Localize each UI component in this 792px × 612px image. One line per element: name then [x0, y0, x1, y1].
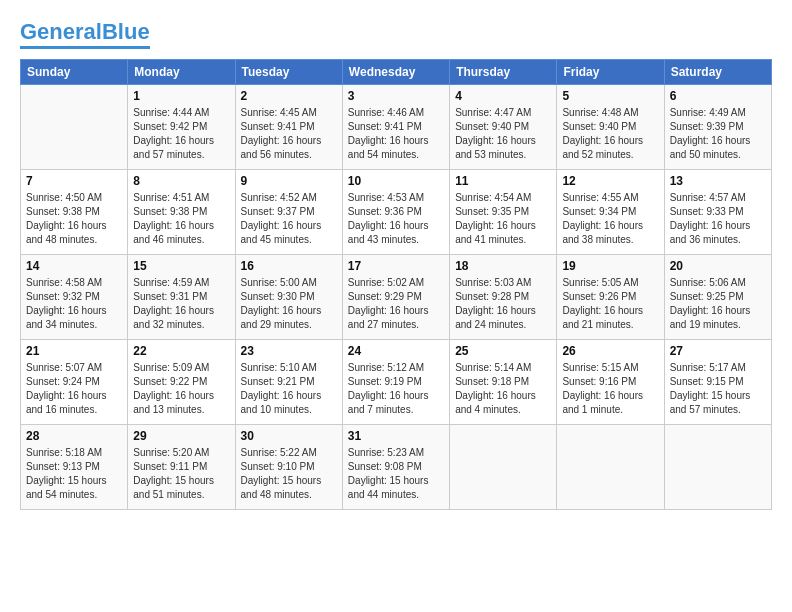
- day-info: Sunrise: 5:15 AM Sunset: 9:16 PM Dayligh…: [562, 361, 658, 417]
- calendar-cell: 2Sunrise: 4:45 AM Sunset: 9:41 PM Daylig…: [235, 85, 342, 170]
- day-info: Sunrise: 5:22 AM Sunset: 9:10 PM Dayligh…: [241, 446, 337, 502]
- calendar-header-row: SundayMondayTuesdayWednesdayThursdayFrid…: [21, 60, 772, 85]
- calendar-cell: [664, 425, 771, 510]
- calendar-cell: 28Sunrise: 5:18 AM Sunset: 9:13 PM Dayli…: [21, 425, 128, 510]
- calendar-cell: [21, 85, 128, 170]
- day-info: Sunrise: 5:20 AM Sunset: 9:11 PM Dayligh…: [133, 446, 229, 502]
- calendar-cell: 9Sunrise: 4:52 AM Sunset: 9:37 PM Daylig…: [235, 170, 342, 255]
- weekday-header-monday: Monday: [128, 60, 235, 85]
- day-number: 12: [562, 174, 658, 188]
- day-info: Sunrise: 5:00 AM Sunset: 9:30 PM Dayligh…: [241, 276, 337, 332]
- day-number: 21: [26, 344, 122, 358]
- calendar-week-row: 21Sunrise: 5:07 AM Sunset: 9:24 PM Dayli…: [21, 340, 772, 425]
- calendar-cell: 17Sunrise: 5:02 AM Sunset: 9:29 PM Dayli…: [342, 255, 449, 340]
- calendar-cell: 3Sunrise: 4:46 AM Sunset: 9:41 PM Daylig…: [342, 85, 449, 170]
- day-info: Sunrise: 5:06 AM Sunset: 9:25 PM Dayligh…: [670, 276, 766, 332]
- day-number: 17: [348, 259, 444, 273]
- day-info: Sunrise: 5:02 AM Sunset: 9:29 PM Dayligh…: [348, 276, 444, 332]
- day-number: 4: [455, 89, 551, 103]
- day-info: Sunrise: 4:46 AM Sunset: 9:41 PM Dayligh…: [348, 106, 444, 162]
- calendar-cell: 4Sunrise: 4:47 AM Sunset: 9:40 PM Daylig…: [450, 85, 557, 170]
- header: GeneralBlue: [20, 20, 772, 49]
- day-number: 14: [26, 259, 122, 273]
- weekday-header-sunday: Sunday: [21, 60, 128, 85]
- day-number: 26: [562, 344, 658, 358]
- calendar-cell: 15Sunrise: 4:59 AM Sunset: 9:31 PM Dayli…: [128, 255, 235, 340]
- day-info: Sunrise: 4:55 AM Sunset: 9:34 PM Dayligh…: [562, 191, 658, 247]
- calendar-cell: 5Sunrise: 4:48 AM Sunset: 9:40 PM Daylig…: [557, 85, 664, 170]
- day-info: Sunrise: 5:18 AM Sunset: 9:13 PM Dayligh…: [26, 446, 122, 502]
- calendar-cell: 23Sunrise: 5:10 AM Sunset: 9:21 PM Dayli…: [235, 340, 342, 425]
- day-info: Sunrise: 5:09 AM Sunset: 9:22 PM Dayligh…: [133, 361, 229, 417]
- calendar-week-row: 1Sunrise: 4:44 AM Sunset: 9:42 PM Daylig…: [21, 85, 772, 170]
- day-info: Sunrise: 4:58 AM Sunset: 9:32 PM Dayligh…: [26, 276, 122, 332]
- calendar-cell: 7Sunrise: 4:50 AM Sunset: 9:38 PM Daylig…: [21, 170, 128, 255]
- day-number: 16: [241, 259, 337, 273]
- calendar-cell: 20Sunrise: 5:06 AM Sunset: 9:25 PM Dayli…: [664, 255, 771, 340]
- day-info: Sunrise: 5:17 AM Sunset: 9:15 PM Dayligh…: [670, 361, 766, 417]
- calendar-cell: [450, 425, 557, 510]
- day-info: Sunrise: 4:59 AM Sunset: 9:31 PM Dayligh…: [133, 276, 229, 332]
- calendar-cell: 6Sunrise: 4:49 AM Sunset: 9:39 PM Daylig…: [664, 85, 771, 170]
- day-info: Sunrise: 5:10 AM Sunset: 9:21 PM Dayligh…: [241, 361, 337, 417]
- weekday-header-tuesday: Tuesday: [235, 60, 342, 85]
- day-info: Sunrise: 4:44 AM Sunset: 9:42 PM Dayligh…: [133, 106, 229, 162]
- day-number: 29: [133, 429, 229, 443]
- day-number: 5: [562, 89, 658, 103]
- calendar-cell: 10Sunrise: 4:53 AM Sunset: 9:36 PM Dayli…: [342, 170, 449, 255]
- day-info: Sunrise: 5:03 AM Sunset: 9:28 PM Dayligh…: [455, 276, 551, 332]
- logo-blue: Blue: [102, 19, 150, 44]
- day-info: Sunrise: 4:57 AM Sunset: 9:33 PM Dayligh…: [670, 191, 766, 247]
- day-number: 28: [26, 429, 122, 443]
- day-number: 10: [348, 174, 444, 188]
- day-number: 18: [455, 259, 551, 273]
- calendar-cell: 25Sunrise: 5:14 AM Sunset: 9:18 PM Dayli…: [450, 340, 557, 425]
- day-info: Sunrise: 4:52 AM Sunset: 9:37 PM Dayligh…: [241, 191, 337, 247]
- day-info: Sunrise: 5:14 AM Sunset: 9:18 PM Dayligh…: [455, 361, 551, 417]
- weekday-header-thursday: Thursday: [450, 60, 557, 85]
- calendar-cell: 21Sunrise: 5:07 AM Sunset: 9:24 PM Dayli…: [21, 340, 128, 425]
- calendar-table: SundayMondayTuesdayWednesdayThursdayFrid…: [20, 59, 772, 510]
- day-number: 30: [241, 429, 337, 443]
- day-number: 7: [26, 174, 122, 188]
- calendar-cell: [557, 425, 664, 510]
- day-number: 27: [670, 344, 766, 358]
- calendar-cell: 14Sunrise: 4:58 AM Sunset: 9:32 PM Dayli…: [21, 255, 128, 340]
- day-number: 8: [133, 174, 229, 188]
- calendar-cell: 8Sunrise: 4:51 AM Sunset: 9:38 PM Daylig…: [128, 170, 235, 255]
- logo-general: General: [20, 19, 102, 44]
- day-number: 20: [670, 259, 766, 273]
- logo: GeneralBlue: [20, 20, 150, 49]
- day-info: Sunrise: 4:50 AM Sunset: 9:38 PM Dayligh…: [26, 191, 122, 247]
- day-number: 15: [133, 259, 229, 273]
- calendar-cell: 11Sunrise: 4:54 AM Sunset: 9:35 PM Dayli…: [450, 170, 557, 255]
- calendar-week-row: 7Sunrise: 4:50 AM Sunset: 9:38 PM Daylig…: [21, 170, 772, 255]
- day-info: Sunrise: 5:05 AM Sunset: 9:26 PM Dayligh…: [562, 276, 658, 332]
- day-info: Sunrise: 5:23 AM Sunset: 9:08 PM Dayligh…: [348, 446, 444, 502]
- day-number: 1: [133, 89, 229, 103]
- day-info: Sunrise: 4:53 AM Sunset: 9:36 PM Dayligh…: [348, 191, 444, 247]
- calendar-cell: 19Sunrise: 5:05 AM Sunset: 9:26 PM Dayli…: [557, 255, 664, 340]
- day-number: 6: [670, 89, 766, 103]
- calendar-week-row: 28Sunrise: 5:18 AM Sunset: 9:13 PM Dayli…: [21, 425, 772, 510]
- day-info: Sunrise: 4:51 AM Sunset: 9:38 PM Dayligh…: [133, 191, 229, 247]
- day-info: Sunrise: 4:49 AM Sunset: 9:39 PM Dayligh…: [670, 106, 766, 162]
- calendar-cell: 30Sunrise: 5:22 AM Sunset: 9:10 PM Dayli…: [235, 425, 342, 510]
- calendar-cell: 24Sunrise: 5:12 AM Sunset: 9:19 PM Dayli…: [342, 340, 449, 425]
- day-number: 3: [348, 89, 444, 103]
- weekday-header-saturday: Saturday: [664, 60, 771, 85]
- calendar-cell: 22Sunrise: 5:09 AM Sunset: 9:22 PM Dayli…: [128, 340, 235, 425]
- day-number: 13: [670, 174, 766, 188]
- day-info: Sunrise: 4:48 AM Sunset: 9:40 PM Dayligh…: [562, 106, 658, 162]
- day-number: 24: [348, 344, 444, 358]
- weekday-header-wednesday: Wednesday: [342, 60, 449, 85]
- day-number: 9: [241, 174, 337, 188]
- day-number: 19: [562, 259, 658, 273]
- calendar-cell: 27Sunrise: 5:17 AM Sunset: 9:15 PM Dayli…: [664, 340, 771, 425]
- day-number: 23: [241, 344, 337, 358]
- calendar-cell: 13Sunrise: 4:57 AM Sunset: 9:33 PM Dayli…: [664, 170, 771, 255]
- day-info: Sunrise: 4:54 AM Sunset: 9:35 PM Dayligh…: [455, 191, 551, 247]
- day-number: 2: [241, 89, 337, 103]
- calendar-week-row: 14Sunrise: 4:58 AM Sunset: 9:32 PM Dayli…: [21, 255, 772, 340]
- calendar-cell: 31Sunrise: 5:23 AM Sunset: 9:08 PM Dayli…: [342, 425, 449, 510]
